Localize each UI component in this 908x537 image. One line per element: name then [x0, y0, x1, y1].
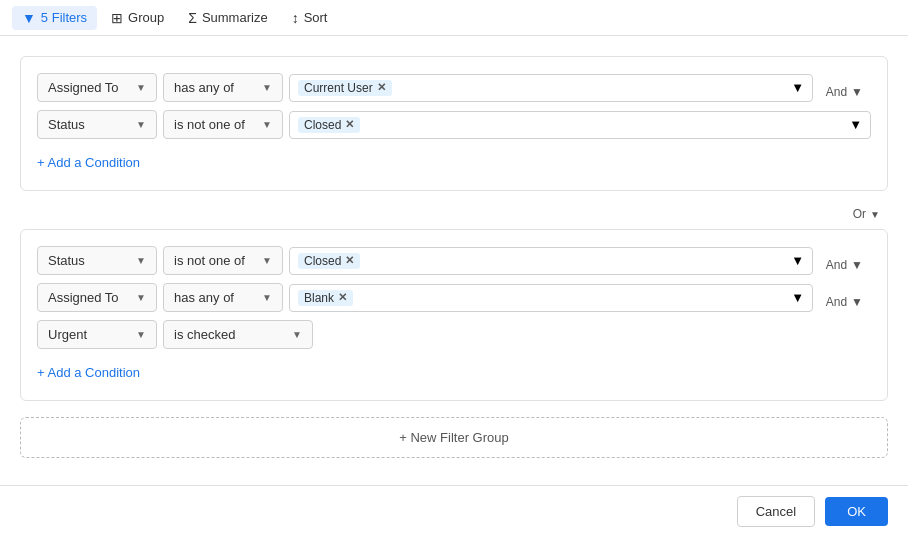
summarize-icon: Σ	[188, 10, 197, 26]
chip-label: Current User	[304, 81, 373, 95]
filter-row-1-2: Status ▼ is not one of ▼ Closed ✕ ▼	[37, 110, 871, 139]
filter-row-2-2: Assigned To ▼ has any of ▼ Blank ✕	[37, 283, 813, 312]
chevron-down-icon: ▼	[262, 119, 272, 130]
group-label: Group	[128, 10, 164, 25]
chevron-down-icon: ▼	[136, 119, 146, 130]
main-content: Assigned To ▼ has any of ▼ Current User …	[0, 36, 908, 485]
connector-label-2-1: And	[826, 258, 847, 272]
sort-button[interactable]: ↕ Sort	[282, 6, 338, 30]
chevron-down-icon: ▼	[851, 295, 863, 309]
group-button[interactable]: ⊞ Group	[101, 6, 174, 30]
or-connector: Or ▼	[853, 207, 880, 221]
chevron-down-icon: ▼	[849, 117, 862, 132]
chevron-down-icon: ▼	[262, 292, 272, 303]
chip-close-icon[interactable]: ✕	[338, 291, 347, 304]
value-select-1-2[interactable]: Closed ✕ ▼	[289, 111, 871, 139]
operator-label-2-1: is not one of	[174, 253, 245, 268]
sort-label: Sort	[304, 10, 328, 25]
chevron-down-icon: ▼	[136, 292, 146, 303]
footer: Cancel OK	[0, 485, 908, 537]
add-condition-2[interactable]: + Add a Condition	[37, 361, 140, 384]
value-inner-1-1: Current User ✕	[298, 80, 791, 96]
operator-label-1-1: has any of	[174, 80, 234, 95]
group-icon: ⊞	[111, 10, 123, 26]
field-select-1-2[interactable]: Status ▼	[37, 110, 157, 139]
chip-closed-2: Closed ✕	[298, 253, 360, 269]
connector-label-1: And	[826, 85, 847, 99]
chip-closed-1: Closed ✕	[298, 117, 360, 133]
filter-row-container-2-1: Status ▼ is not one of ▼ Closed ✕	[37, 246, 871, 283]
chevron-down-icon: ▼	[791, 80, 804, 95]
toolbar: ▼ 5 Filters ⊞ Group Σ Summarize ↕ Sort	[0, 0, 908, 36]
cancel-button[interactable]: Cancel	[737, 496, 815, 527]
chip-close-icon[interactable]: ✕	[345, 118, 354, 131]
chip-current-user: Current User ✕	[298, 80, 392, 96]
add-condition-1[interactable]: + Add a Condition	[37, 151, 140, 174]
operator-label-1-2: is not one of	[174, 117, 245, 132]
summarize-label: Summarize	[202, 10, 268, 25]
between-groups-connector: Or ▼	[20, 203, 888, 225]
and-connector-2-2: And ▼	[821, 295, 871, 309]
filter-icon: ▼	[22, 10, 36, 26]
filter-group-2: Status ▼ is not one of ▼ Closed ✕	[20, 229, 888, 401]
chevron-down-icon: ▼	[136, 82, 146, 93]
value-inner-1-2: Closed ✕	[298, 117, 849, 133]
chevron-down-icon: ▼	[262, 82, 272, 93]
field-label-2-1: Status	[48, 253, 85, 268]
chip-label: Closed	[304, 118, 341, 132]
ok-button[interactable]: OK	[825, 497, 888, 526]
value-select-2-2[interactable]: Blank ✕ ▼	[289, 284, 813, 312]
operator-label-2-2: has any of	[174, 290, 234, 305]
filters-button[interactable]: ▼ 5 Filters	[12, 6, 97, 30]
filter-row-2-3: Urgent ▼ is checked ▼	[37, 320, 871, 349]
operator-label-2-3: is checked	[174, 327, 235, 342]
chevron-down-icon: ▼	[851, 85, 863, 99]
field-label-1-1: Assigned To	[48, 80, 119, 95]
filter-row-1-1: Assigned To ▼ has any of ▼ Current User …	[37, 73, 813, 102]
filter-group-1: Assigned To ▼ has any of ▼ Current User …	[20, 56, 888, 191]
filter-row-container-2-2: Assigned To ▼ has any of ▼ Blank ✕	[37, 283, 871, 320]
chip-label: Closed	[304, 254, 341, 268]
or-label: Or	[853, 207, 866, 221]
summarize-button[interactable]: Σ Summarize	[178, 6, 277, 30]
chip-close-icon[interactable]: ✕	[345, 254, 354, 267]
field-label-2-2: Assigned To	[48, 290, 119, 305]
filter-row-2-1: Status ▼ is not one of ▼ Closed ✕	[37, 246, 813, 275]
sort-icon: ↕	[292, 10, 299, 26]
value-select-2-1[interactable]: Closed ✕ ▼	[289, 247, 813, 275]
chevron-down-icon: ▼	[791, 290, 804, 305]
field-select-1-1[interactable]: Assigned To ▼	[37, 73, 157, 102]
value-inner-2-1: Closed ✕	[298, 253, 791, 269]
chip-close-icon[interactable]: ✕	[377, 81, 386, 94]
operator-select-2-1[interactable]: is not one of ▼	[163, 246, 283, 275]
chevron-down-icon: ▼	[136, 329, 146, 340]
field-select-2-3[interactable]: Urgent ▼	[37, 320, 157, 349]
chip-label: Blank	[304, 291, 334, 305]
chevron-down-icon: ▼	[870, 209, 880, 220]
filters-label: 5 Filters	[41, 10, 87, 25]
operator-select-2-2[interactable]: has any of ▼	[163, 283, 283, 312]
field-select-2-1[interactable]: Status ▼	[37, 246, 157, 275]
and-connector-2-1: And ▼	[821, 258, 871, 272]
operator-select-1-2[interactable]: is not one of ▼	[163, 110, 283, 139]
field-label-2-3: Urgent	[48, 327, 87, 342]
connector-label-2-2: And	[826, 295, 847, 309]
filter-row-container-1: Assigned To ▼ has any of ▼ Current User …	[37, 73, 871, 110]
chevron-down-icon: ▼	[791, 253, 804, 268]
value-inner-2-2: Blank ✕	[298, 290, 791, 306]
new-filter-group-button[interactable]: + New Filter Group	[20, 417, 888, 458]
chevron-down-icon: ▼	[292, 329, 302, 340]
operator-select-1-1[interactable]: has any of ▼	[163, 73, 283, 102]
field-label-1-2: Status	[48, 117, 85, 132]
chip-blank: Blank ✕	[298, 290, 353, 306]
chevron-down-icon: ▼	[851, 258, 863, 272]
field-select-2-2[interactable]: Assigned To ▼	[37, 283, 157, 312]
and-connector-1: And ▼	[821, 85, 871, 99]
value-select-1-1[interactable]: Current User ✕ ▼	[289, 74, 813, 102]
operator-select-2-3[interactable]: is checked ▼	[163, 320, 313, 349]
chevron-down-icon: ▼	[136, 255, 146, 266]
chevron-down-icon: ▼	[262, 255, 272, 266]
